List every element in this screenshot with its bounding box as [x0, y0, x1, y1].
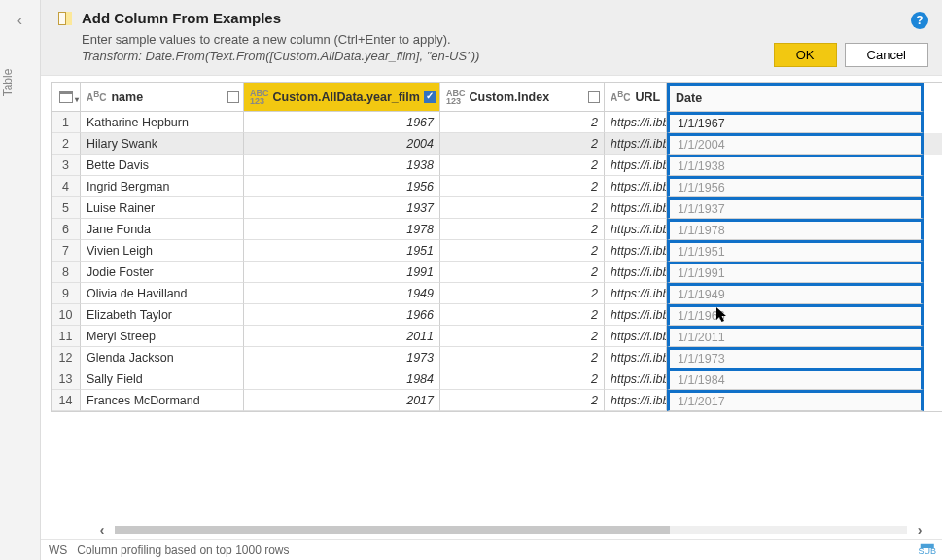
table-row[interactable]: 7Vivien Leigh19512https://i.ibb1/1/1951: [52, 240, 942, 262]
table-row[interactable]: 6Jane Fonda19782https://i.ibb1/1/1978: [52, 219, 942, 240]
cell-name[interactable]: Luise Rainer: [81, 197, 244, 219]
cell-date[interactable]: 1/1/1949: [667, 283, 924, 304]
cell-name[interactable]: Vivien Leigh: [81, 240, 244, 262]
scroll-thumb[interactable]: [115, 526, 670, 534]
column-header-year[interactable]: ABC123Custom.AllData.year_film: [244, 83, 440, 112]
cell-index[interactable]: 2: [440, 197, 605, 219]
scroll-left-icon[interactable]: ‹: [93, 522, 111, 538]
cell-date[interactable]: 1/1/1938: [667, 155, 924, 176]
cell-year[interactable]: 1973: [244, 347, 440, 368]
column-checkbox[interactable]: [588, 91, 600, 103]
table-menu-button[interactable]: ▾: [52, 83, 81, 112]
cell-index[interactable]: 2: [440, 112, 605, 133]
cell-url[interactable]: https://i.ibb: [605, 155, 667, 176]
horizontal-scrollbar[interactable]: ‹ ›: [93, 521, 928, 539]
cell-name[interactable]: Jane Fonda: [81, 219, 244, 240]
cell-date[interactable]: 1/1/1937: [667, 197, 924, 219]
cell-url[interactable]: https://i.ibb: [605, 197, 667, 219]
table-row[interactable]: 12Glenda Jackson19732https://i.ibb1/1/19…: [52, 347, 942, 368]
data-grid[interactable]: ▾ ABCname ABC123Custom.AllData.year_film…: [51, 82, 942, 412]
cell-index[interactable]: 2: [440, 155, 605, 176]
cell-date[interactable]: 1/1/1973: [667, 347, 924, 368]
table-row[interactable]: 3Bette Davis19382https://i.ibb1/1/1938: [52, 155, 942, 176]
cell-index[interactable]: 2: [440, 133, 605, 155]
help-icon[interactable]: ?: [911, 12, 928, 29]
cell-year[interactable]: 1949: [244, 283, 440, 304]
cell-year[interactable]: 1978: [244, 219, 440, 240]
cell-year[interactable]: 1966: [244, 304, 440, 326]
cell-index[interactable]: 2: [440, 326, 605, 347]
cell-date[interactable]: 1/1/1966: [667, 304, 924, 326]
cell-index[interactable]: 2: [440, 240, 605, 262]
cell-url[interactable]: https://i.ibb: [605, 390, 667, 411]
collapse-panel-button[interactable]: ‹: [0, 12, 40, 29]
table-row[interactable]: 9Olivia de Havilland19492https://i.ibb1/…: [52, 283, 942, 304]
cell-url[interactable]: https://i.ibb: [605, 347, 667, 368]
cell-date[interactable]: 1/1/1984: [667, 368, 924, 390]
cell-name[interactable]: Hilary Swank: [81, 133, 244, 155]
cell-name[interactable]: Elizabeth Taylor: [81, 304, 244, 326]
cell-url[interactable]: https://i.ibb: [605, 219, 667, 240]
cell-url[interactable]: https://i.ibb: [605, 304, 667, 326]
ok-button[interactable]: OK: [774, 43, 837, 67]
cell-index[interactable]: 2: [440, 262, 605, 283]
cancel-button[interactable]: Cancel: [845, 43, 928, 67]
cell-index[interactable]: 2: [440, 176, 605, 197]
cell-year[interactable]: 1984: [244, 368, 440, 390]
table-row[interactable]: 11Meryl Streep20112https://i.ibb1/1/2011: [52, 326, 942, 347]
cell-index[interactable]: 2: [440, 368, 605, 390]
cell-date[interactable]: 1/1/1951: [667, 240, 924, 262]
cell-url[interactable]: https://i.ibb: [605, 283, 667, 304]
column-checkbox[interactable]: [424, 91, 436, 103]
cell-name[interactable]: Sally Field: [81, 368, 244, 390]
cell-name[interactable]: Ingrid Bergman: [81, 176, 244, 197]
cell-index[interactable]: 2: [440, 390, 605, 411]
cell-date[interactable]: 1/1/1967: [667, 112, 924, 133]
table-row[interactable]: 1Katharine Hepburn19672https://i.ibb1/1/…: [52, 112, 942, 133]
cell-date[interactable]: 1/1/1956: [667, 176, 924, 197]
cell-url[interactable]: https://i.ibb: [605, 262, 667, 283]
scroll-track[interactable]: [115, 526, 907, 534]
cell-year[interactable]: 1938: [244, 155, 440, 176]
cell-index[interactable]: 2: [440, 304, 605, 326]
table-row[interactable]: 2Hilary Swank20042https://i.ibb1/1/2004: [52, 133, 942, 155]
table-row[interactable]: 5Luise Rainer19372https://i.ibb1/1/1937: [52, 197, 942, 219]
cell-date[interactable]: 1/1/1991: [667, 262, 924, 283]
cell-year[interactable]: 1967: [244, 112, 440, 133]
cell-year[interactable]: 2011: [244, 326, 440, 347]
cell-url[interactable]: https://i.ibb: [605, 133, 667, 155]
table-row[interactable]: 13Sally Field19842https://i.ibb1/1/1984: [52, 368, 942, 390]
cell-year[interactable]: 1956: [244, 176, 440, 197]
cell-date[interactable]: 1/1/2011: [667, 326, 924, 347]
cell-name[interactable]: Olivia de Havilland: [81, 283, 244, 304]
table-row[interactable]: 14Frances McDormand20172https://i.ibb1/1…: [52, 390, 942, 411]
cell-name[interactable]: Bette Davis: [81, 155, 244, 176]
cell-index[interactable]: 2: [440, 347, 605, 368]
subscribe-icon[interactable]: SUB: [918, 541, 936, 556]
new-column-header[interactable]: Date: [667, 83, 924, 112]
cell-date[interactable]: 1/1/1978: [667, 219, 924, 240]
cell-name[interactable]: Katharine Hepburn: [81, 112, 244, 133]
cell-year[interactable]: 1991: [244, 262, 440, 283]
table-row[interactable]: 4Ingrid Bergman19562https://i.ibb1/1/195…: [52, 176, 942, 197]
cell-name[interactable]: Jodie Foster: [81, 262, 244, 283]
cell-url[interactable]: https://i.ibb: [605, 240, 667, 262]
cell-index[interactable]: 2: [440, 283, 605, 304]
cell-index[interactable]: 2: [440, 219, 605, 240]
cell-date[interactable]: 1/1/2017: [667, 390, 924, 411]
cell-url[interactable]: https://i.ibb: [605, 326, 667, 347]
cell-year[interactable]: 2004: [244, 133, 440, 155]
cell-year[interactable]: 1937: [244, 197, 440, 219]
cell-name[interactable]: Meryl Streep: [81, 326, 244, 347]
table-row[interactable]: 10Elizabeth Taylor19662https://i.ibb1/1/…: [52, 304, 942, 326]
column-header-url[interactable]: ABCURL: [605, 83, 667, 112]
table-row[interactable]: 8Jodie Foster19912https://i.ibb1/1/1991: [52, 262, 942, 283]
cell-name[interactable]: Frances McDormand: [81, 390, 244, 411]
column-header-name[interactable]: ABCname: [81, 83, 244, 112]
cell-url[interactable]: https://i.ibb: [605, 176, 667, 197]
column-checkbox[interactable]: [227, 91, 239, 103]
cell-year[interactable]: 1951: [244, 240, 440, 262]
cell-name[interactable]: Glenda Jackson: [81, 347, 244, 368]
cell-url[interactable]: https://i.ibb: [605, 112, 667, 133]
column-header-index[interactable]: ABC123Custom.Index: [440, 83, 605, 112]
